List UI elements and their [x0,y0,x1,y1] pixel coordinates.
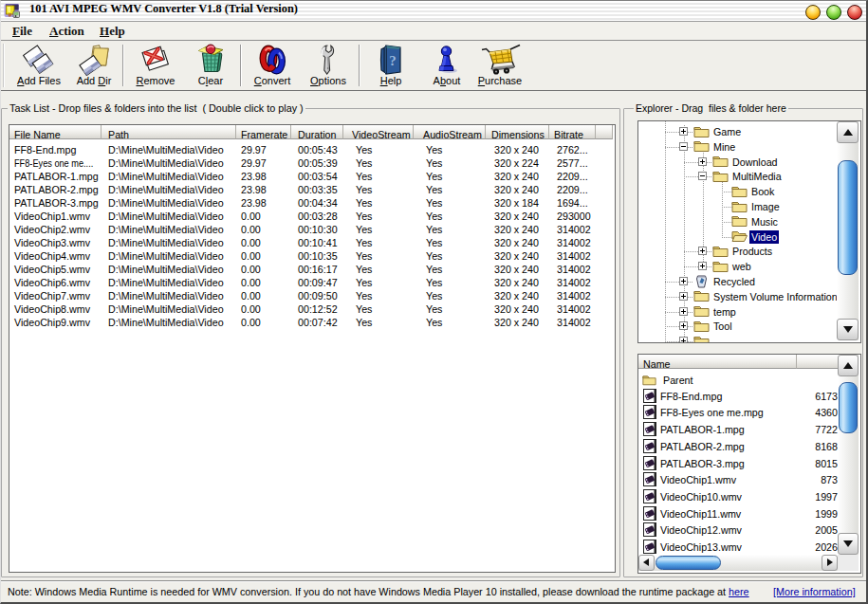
svg-text:?: ? [389,53,397,68]
